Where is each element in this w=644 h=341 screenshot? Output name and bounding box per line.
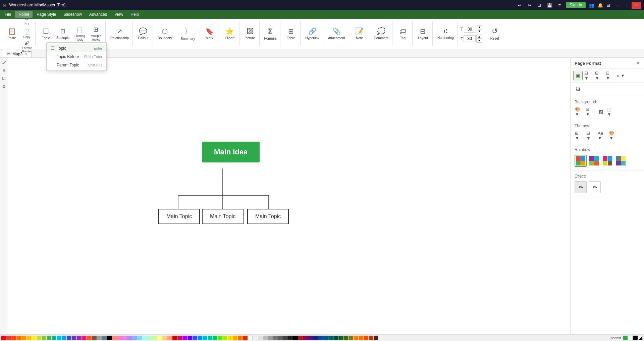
panel-bg-image-tool[interactable]: 🖼 xyxy=(596,107,605,116)
expand-button[interactable]: ⊟ xyxy=(606,3,610,8)
recent-color-1[interactable] xyxy=(623,336,628,340)
format-painter-button[interactable]: 🖌 FormatPainter xyxy=(20,41,34,53)
color-teal-a700[interactable] xyxy=(208,336,212,340)
layout-button[interactable]: ⊟ Layout xyxy=(415,21,431,46)
color-amber[interactable] xyxy=(26,336,31,340)
color-red-a700[interactable] xyxy=(172,336,177,340)
save-button[interactable]: 💾 xyxy=(545,2,554,8)
panel-bg-color-tool[interactable]: 🎨 ▼ xyxy=(575,107,584,116)
menu-page-style[interactable]: Page Style xyxy=(33,11,59,18)
panel-bg-extra-tool[interactable]: ⬚ ▼ xyxy=(607,107,616,116)
color-orange-red[interactable] xyxy=(11,336,16,340)
rainbow-option-1[interactable] xyxy=(575,155,587,167)
color-brown[interactable] xyxy=(92,336,97,340)
color-orange-a700[interactable] xyxy=(233,336,237,340)
table-button[interactable]: ⊞ Table xyxy=(283,21,299,46)
effect-btn-1[interactable]: ✏ xyxy=(575,181,587,193)
color-dd2c00[interactable] xyxy=(243,336,248,340)
color-i900[interactable] xyxy=(313,336,318,340)
theme-layout-btn[interactable]: ⊞ ▼ xyxy=(586,131,595,140)
close-button[interactable]: ✕ xyxy=(632,2,641,9)
canvas[interactable]: Main Idea Main Topic Main Topic Main Top… xyxy=(8,58,570,334)
comment-button[interactable]: 💭 Comment xyxy=(372,21,390,46)
panel-layout-tool[interactable]: ⊞ ▼ xyxy=(584,71,593,80)
color-b900[interactable] xyxy=(318,336,323,340)
rainbow-option-4[interactable] xyxy=(615,155,627,167)
color-cyan-accent-100[interactable] xyxy=(137,336,142,340)
color-deep-orange2[interactable] xyxy=(87,336,92,340)
color-y900[interactable] xyxy=(354,336,358,340)
panel-align-tool[interactable]: ⊞ ▼ xyxy=(595,71,604,80)
color-grey[interactable] xyxy=(97,336,102,340)
menu-slideshow[interactable]: Slideshow xyxy=(60,11,85,18)
note-button[interactable]: 📝 Note xyxy=(352,21,367,46)
color-white[interactable] xyxy=(248,336,253,340)
color-r900[interactable] xyxy=(298,336,303,340)
relationship-button[interactable]: ↗ Relationship xyxy=(108,21,131,46)
color-red[interactable] xyxy=(1,336,6,340)
main-idea-node[interactable]: Main Idea xyxy=(202,142,260,162)
color-grey-900[interactable] xyxy=(288,336,293,340)
font-size-input[interactable] xyxy=(464,26,476,33)
font-size2-up[interactable]: ▲ xyxy=(476,35,482,39)
color-c900[interactable] xyxy=(328,336,333,340)
undo-button[interactable]: ↩ xyxy=(516,2,524,8)
color-grey-600[interactable] xyxy=(273,336,278,340)
color-light-green[interactable] xyxy=(42,336,46,340)
color-p900[interactable] xyxy=(303,336,308,340)
panel-select-tool[interactable]: ▣ xyxy=(573,71,583,80)
color-grey-200[interactable] xyxy=(258,336,263,340)
menu-advanced[interactable]: Advanced xyxy=(86,11,110,18)
right-panel-close[interactable]: ✕ xyxy=(636,60,640,66)
color-deep-orange[interactable] xyxy=(16,336,21,340)
color-dark-red[interactable] xyxy=(6,336,11,340)
color-teal[interactable] xyxy=(52,336,56,340)
color-grey-500[interactable] xyxy=(268,336,273,340)
main-topic-3[interactable]: Main Topic xyxy=(247,209,289,224)
sidebar-icon-4[interactable]: ⚙ xyxy=(1,83,7,90)
titlebar-wincontrols[interactable]: ─ □ ✕ xyxy=(613,2,641,9)
panel-fit-tool[interactable]: ⊡ ▼ xyxy=(605,71,615,80)
color-amber-a700[interactable] xyxy=(228,336,232,340)
main-topic-1[interactable]: Main Topic xyxy=(158,209,200,224)
color-pink-a700[interactable] xyxy=(177,336,182,340)
no-fill-color[interactable] xyxy=(638,336,643,340)
minimize-button[interactable]: ─ xyxy=(613,2,623,9)
color-grey-700[interactable] xyxy=(278,336,283,340)
font-size2-down[interactable]: ▼ xyxy=(476,39,482,43)
theme-grid-btn[interactable]: ⊞ ▼ xyxy=(575,131,584,140)
color-g900[interactable] xyxy=(338,336,343,340)
panel-list-tool[interactable]: ≡ ▼ xyxy=(616,71,626,80)
formula-button[interactable]: Σ Formula xyxy=(262,21,279,46)
color-black[interactable] xyxy=(107,336,112,340)
attachment-button[interactable]: 📎 Attachment xyxy=(326,21,347,46)
maximize-button[interactable]: □ xyxy=(623,2,632,9)
color-orange-accent-100[interactable] xyxy=(162,336,167,340)
font-size-up[interactable]: ▲ xyxy=(477,25,482,29)
color-lime-accent-100[interactable] xyxy=(152,336,157,340)
color-purple-a700[interactable] xyxy=(182,336,187,340)
color-blue[interactable] xyxy=(62,336,66,340)
effect-btn-2[interactable]: ✏ xyxy=(589,181,601,193)
color-green[interactable] xyxy=(47,336,51,340)
share-button[interactable]: 👥 xyxy=(589,3,594,8)
rainbow-option-2[interactable] xyxy=(588,155,600,167)
font-size-down[interactable]: ▼ xyxy=(477,29,482,33)
color-dp-a700[interactable] xyxy=(187,336,192,340)
main-topic-2[interactable]: Main Topic xyxy=(202,209,244,224)
theme-font-btn[interactable]: Aa ▼ xyxy=(597,131,607,140)
font-size-input2[interactable] xyxy=(464,35,476,42)
picture-button[interactable]: 🖼 Picture xyxy=(242,21,258,46)
color-blue-a700[interactable] xyxy=(198,336,202,340)
color-lime900[interactable] xyxy=(348,336,353,340)
redo-button[interactable]: ↪ xyxy=(526,2,533,8)
color-br900[interactable] xyxy=(374,336,378,340)
sidebar-icon-1[interactable]: 🖊 xyxy=(1,59,7,66)
color-black2[interactable] xyxy=(293,336,298,340)
menu-help[interactable]: Help xyxy=(127,11,142,18)
paste-button[interactable]: 📋 Paste xyxy=(4,21,19,46)
color-deep-orange-accent-100[interactable] xyxy=(167,336,172,340)
rainbow-option-3[interactable] xyxy=(601,155,613,167)
theme-color-btn[interactable]: 🎨 ▼ xyxy=(609,131,618,140)
color-deep-purple-100[interactable] xyxy=(127,336,132,340)
